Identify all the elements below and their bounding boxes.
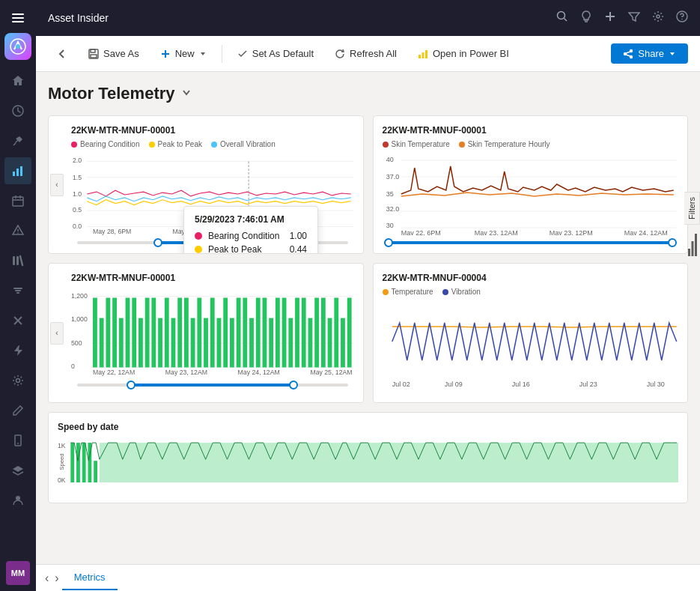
back-button[interactable] [48, 44, 76, 64]
chart-slider-3[interactable] [71, 384, 354, 387]
nav-recent-icon[interactable] [4, 97, 31, 124]
svg-point-23 [16, 379, 20, 383]
chart-tooltip-1: 5/29/2023 7:46:01 AM Bearing Condition 1… [183, 206, 318, 254]
svg-text:1,000: 1,000 [71, 315, 88, 323]
nav-layers-icon[interactable] [4, 457, 31, 484]
nav-pin-icon[interactable] [4, 127, 31, 154]
svg-rect-2 [12, 21, 24, 22]
legend-skin-temp: Skin Temperature [383, 140, 450, 148]
svg-rect-101 [197, 298, 201, 368]
svg-rect-122 [334, 298, 338, 368]
svg-text:Speed: Speed [58, 453, 65, 470]
svg-text:Jul 16: Jul 16 [511, 381, 529, 388]
save-as-button[interactable]: Save As [79, 43, 148, 64]
chart-legend-1: Bearing Condition Peak to Peak Overall V… [71, 140, 354, 148]
share-button[interactable]: Share [611, 43, 688, 64]
nav-books-icon[interactable] [4, 247, 31, 274]
help-icon[interactable] [676, 10, 688, 25]
tab-bar: ‹ › Metrics [36, 564, 700, 591]
svg-rect-98 [177, 298, 182, 368]
svg-text:Jul 23: Jul 23 [579, 381, 597, 388]
refresh-all-button[interactable]: Refresh All [326, 43, 406, 64]
toolbar-divider [222, 45, 222, 63]
svg-point-45 [630, 55, 633, 58]
plus-icon[interactable] [604, 10, 616, 25]
svg-text:May 23, 12PM: May 23, 12PM [549, 229, 592, 235]
svg-point-35 [681, 19, 683, 20]
svg-line-48 [627, 55, 630, 56]
svg-text:May 28, 6PM: May 28, 6PM [93, 228, 131, 235]
nav-close-icon[interactable] [4, 307, 31, 334]
nav-calendar-icon[interactable] [4, 187, 31, 214]
page-title-row: Motor Telemetry [48, 84, 688, 103]
chart-title-4: 22KW-MTR-MNUF-00004 [383, 273, 679, 283]
svg-rect-37 [91, 49, 95, 52]
nav-mobile-icon[interactable] [4, 427, 31, 454]
svg-text:0.5: 0.5 [73, 206, 82, 213]
search-icon[interactable] [556, 10, 568, 25]
nav-lightning-icon[interactable] [4, 337, 31, 364]
svg-rect-10 [13, 197, 23, 206]
chart-nav-left-1[interactable]: ‹ [50, 174, 64, 196]
svg-line-28 [564, 19, 567, 22]
svg-point-33 [657, 15, 660, 18]
svg-rect-90 [126, 298, 130, 368]
user-avatar[interactable]: MM [6, 561, 30, 585]
nav-settings2-icon[interactable] [4, 277, 31, 304]
speed-chart-svg: 1K 0K Speed [58, 438, 678, 491]
svg-point-4 [16, 44, 20, 49]
filters-panel: Filters [684, 192, 700, 261]
filter-icon[interactable] [628, 10, 640, 25]
lightbulb-icon[interactable] [580, 10, 592, 25]
svg-rect-85 [93, 298, 97, 368]
chart-slider-2[interactable] [383, 241, 679, 244]
chart-nav-left-3[interactable]: ‹ [50, 322, 64, 345]
svg-rect-117 [302, 298, 306, 368]
svg-rect-107 [237, 298, 241, 368]
svg-rect-118 [308, 318, 313, 368]
chart-card-3: ‹ 22KW-MTR-MNUF-00001 1,200 1,000 500 0 [48, 263, 364, 403]
chart-title-3: 22KW-MTR-MNUF-00001 [71, 273, 354, 283]
svg-point-27 [558, 12, 565, 19]
settings-icon[interactable] [652, 10, 664, 25]
svg-text:May 23, 12AM: May 23, 12AM [165, 369, 207, 376]
new-button[interactable]: New [151, 43, 216, 64]
nav-home-icon[interactable] [4, 67, 31, 94]
svg-rect-20 [16, 292, 19, 294]
svg-rect-142 [100, 443, 678, 482]
nav-gear-icon[interactable] [4, 367, 31, 394]
svg-text:1.0: 1.0 [73, 190, 82, 198]
tab-metrics[interactable]: Metrics [62, 566, 118, 590]
chart-legend-4: Temperature Vibration [383, 288, 679, 296]
tab-nav-next[interactable]: › [52, 569, 61, 588]
left-navigation: MM [0, 0, 36, 591]
svg-text:30: 30 [386, 222, 393, 229]
svg-rect-120 [321, 298, 326, 368]
open-in-power-bi-button[interactable]: Open in Power BI [409, 43, 518, 64]
chart-legend-2: Skin Temperature Skin Temperature Hourly [383, 140, 679, 148]
nav-chart-icon[interactable] [4, 157, 31, 184]
chart-card-1: ‹ 22KW-MTR-MNUF-00001 Bearing Condition … [48, 115, 364, 254]
filters-toggle-button[interactable]: Filters [684, 192, 700, 225]
chart-title-2: 22KW-MTR-MNUF-00001 [383, 125, 679, 136]
nav-person-icon[interactable] [4, 487, 31, 514]
nav-alert-icon[interactable] [4, 217, 31, 244]
svg-rect-115 [288, 318, 293, 368]
tab-nav-prev[interactable]: ‹ [42, 569, 52, 588]
svg-rect-100 [191, 318, 195, 368]
svg-rect-121 [328, 318, 332, 368]
svg-rect-111 [263, 298, 267, 368]
tooltip-row-peak: Peak to Peak 0.44 [195, 244, 307, 254]
svg-rect-1 [12, 17, 24, 19]
legend-vibration: Overall Vibration [211, 140, 276, 148]
svg-text:37.0: 37.0 [386, 173, 399, 181]
svg-text:Jul 09: Jul 09 [444, 381, 462, 388]
svg-rect-42 [421, 52, 424, 58]
hamburger-icon[interactable] [6, 6, 30, 30]
filters-chart-icon[interactable] [687, 228, 698, 261]
nav-edit-icon[interactable] [4, 397, 31, 424]
svg-rect-86 [100, 318, 104, 368]
set-as-default-button[interactable]: Set As Default [228, 43, 323, 64]
legend-skin-temp-hourly: Skin Temperature Hourly [459, 140, 550, 148]
page-title-chevron-icon[interactable] [181, 87, 192, 100]
